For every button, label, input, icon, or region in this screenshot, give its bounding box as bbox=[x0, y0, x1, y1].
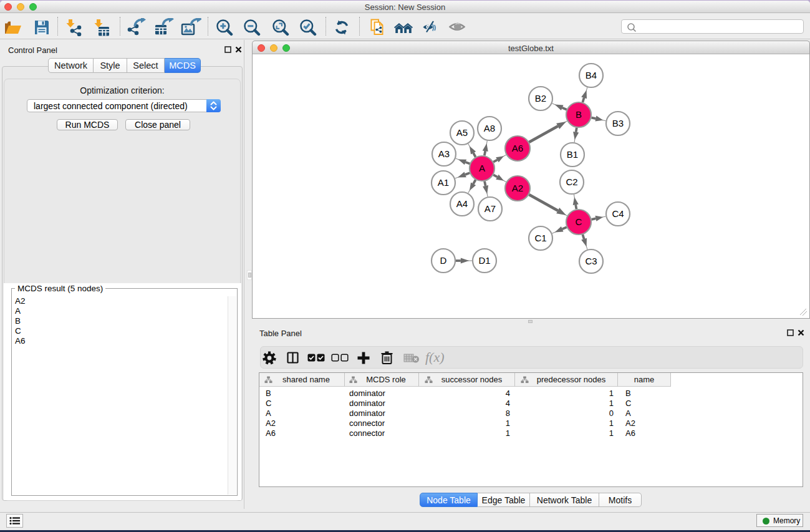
svg-text:C2: C2 bbox=[566, 177, 577, 187]
svg-text:A6: A6 bbox=[512, 143, 523, 153]
svg-text:A7: A7 bbox=[485, 203, 496, 214]
svg-text:A3: A3 bbox=[438, 148, 450, 159]
svg-text:C1: C1 bbox=[534, 233, 546, 243]
svg-text:C: C bbox=[576, 216, 582, 227]
svg-text:A8: A8 bbox=[484, 123, 495, 133]
svg-text:B2: B2 bbox=[535, 93, 546, 104]
svg-text:C4: C4 bbox=[612, 208, 624, 219]
svg-text:A2: A2 bbox=[512, 183, 523, 193]
svg-text:B1: B1 bbox=[567, 149, 578, 160]
svg-text:B4: B4 bbox=[586, 70, 597, 80]
svg-text:A4: A4 bbox=[456, 198, 468, 209]
svg-text:A5: A5 bbox=[456, 127, 468, 138]
svg-text:C3: C3 bbox=[585, 256, 597, 266]
svg-text:D: D bbox=[440, 255, 447, 266]
svg-text:A: A bbox=[479, 163, 485, 173]
svg-text:B3: B3 bbox=[612, 118, 624, 128]
svg-text:D1: D1 bbox=[478, 255, 490, 266]
svg-text:A1: A1 bbox=[438, 177, 449, 188]
svg-text:B: B bbox=[576, 109, 582, 120]
